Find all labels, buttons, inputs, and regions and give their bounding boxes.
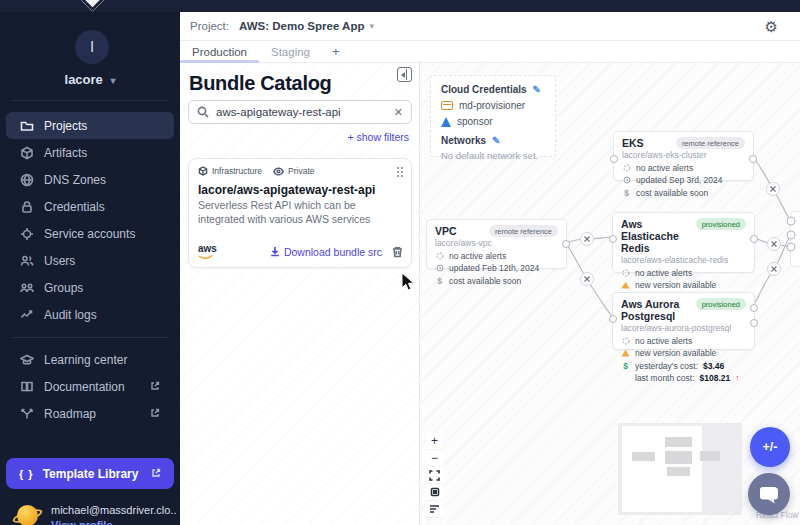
search-input[interactable] xyxy=(216,106,387,118)
connection-handle[interactable] xyxy=(750,235,758,243)
minimap[interactable] xyxy=(618,423,742,515)
project-label: Project: xyxy=(190,20,229,32)
chart-line-icon xyxy=(20,308,34,322)
tab-staging[interactable]: Staging xyxy=(259,41,322,62)
edge-delete-icon[interactable] xyxy=(581,233,594,246)
sidebar-item-audit-logs[interactable]: Audit logs xyxy=(6,301,174,328)
connection-handle[interactable] xyxy=(609,235,617,243)
search-icon xyxy=(197,106,209,118)
sidebar-item-label: Documentation xyxy=(44,380,125,394)
sidebar-item-label: Users xyxy=(44,254,75,268)
node-aurora-postgresql[interactable]: Aws Aurora Postgresql provisioned lacore… xyxy=(612,292,755,350)
trash-icon[interactable] xyxy=(392,246,403,258)
lock-icon xyxy=(20,200,34,214)
settings-gear-icon[interactable]: ⚙ xyxy=(765,19,778,34)
org-name: lacore xyxy=(65,72,103,87)
sidebar-item-roadmap[interactable]: Roadmap xyxy=(6,400,174,427)
template-library-button[interactable]: { } Template Library xyxy=(6,458,174,489)
group-icon xyxy=(20,281,34,295)
status-badge: provisioned xyxy=(696,298,746,310)
cube-icon xyxy=(20,146,34,160)
add-environment-button[interactable]: + xyxy=(322,44,350,59)
project-selector[interactable]: AWS: Demo Spree App xyxy=(239,20,364,32)
sidebar-item-users[interactable]: Users xyxy=(6,247,174,274)
architecture-canvas[interactable]: Cloud Credentials ✎ md-provisioner spons… xyxy=(420,63,800,525)
download-bundle-link[interactable]: Download bundle src xyxy=(270,246,382,258)
lock-interactive-button[interactable] xyxy=(426,484,443,501)
sidebar-item-groups[interactable]: Groups xyxy=(6,274,174,301)
connection-handle[interactable] xyxy=(609,315,617,323)
user-avatar[interactable] xyxy=(14,502,41,525)
app-window: l lacore ▾ Projects Artifacts DNS Zones … xyxy=(0,0,800,525)
download-icon xyxy=(270,246,280,257)
tab-production[interactable]: Production xyxy=(180,41,259,62)
alert-circle-icon xyxy=(621,337,630,345)
warning-triangle-icon xyxy=(621,349,630,357)
connection-handle[interactable] xyxy=(750,304,758,312)
alert-circle-icon xyxy=(622,164,631,172)
chat-bubble-button[interactable] xyxy=(748,473,790,515)
status-badge: remote reference xyxy=(489,225,558,237)
sidebar-item-service-accounts[interactable]: Service accounts xyxy=(6,220,174,247)
connection-handle[interactable] xyxy=(610,155,618,163)
sidebar-item-label: Audit logs xyxy=(44,308,97,322)
sidebar-item-label: Service accounts xyxy=(44,227,135,241)
sidebar-item-label: Projects xyxy=(44,119,87,133)
user-profile-row: michael@massdriver.clo... View profile xyxy=(14,496,176,525)
catalog-title: Bundle Catalog xyxy=(189,72,331,95)
clock-icon xyxy=(622,176,631,184)
node-eks[interactable]: EKS remote reference lacore/aws-eks-clus… xyxy=(613,131,754,181)
sidebar-item-documentation[interactable]: Documentation xyxy=(6,373,174,400)
zoom-in-button[interactable]: + xyxy=(426,433,443,450)
divider xyxy=(12,100,168,101)
environment-tabs: Production Staging + xyxy=(180,41,800,63)
connection-handle[interactable] xyxy=(787,231,795,239)
bundle-card[interactable]: Infrastructure Private lacore/aws-apigat… xyxy=(188,158,412,268)
auto-layout-button[interactable] xyxy=(426,501,443,518)
edge-delete-icon[interactable] xyxy=(768,238,781,251)
alert-circle-icon xyxy=(435,252,444,260)
zoom-out-button[interactable]: − xyxy=(426,450,443,467)
sidebar-item-label: Credentials xyxy=(44,200,105,214)
external-link-icon xyxy=(151,467,161,481)
edge-delete-icon[interactable] xyxy=(767,183,780,196)
zoom-fab-button[interactable]: +/- xyxy=(750,427,790,467)
connection-handle[interactable] xyxy=(750,319,758,327)
sidebar-item-label: Artifacts xyxy=(44,146,87,160)
template-library-label: Template Library xyxy=(43,467,139,481)
connection-handle[interactable] xyxy=(787,217,795,225)
edge-delete-icon[interactable] xyxy=(581,273,594,286)
branch-icon xyxy=(20,407,34,421)
trend-up-icon: ↑ xyxy=(735,373,739,383)
org-avatar[interactable]: l xyxy=(75,30,109,64)
canvas-controls: + − xyxy=(426,433,443,518)
sidebar-item-learning-center[interactable]: Learning center xyxy=(6,346,174,373)
braces-icon: { } xyxy=(19,468,34,480)
sidebar-nav: Projects Artifacts DNS Zones Credentials… xyxy=(6,112,174,328)
massdriver-logo-icon xyxy=(80,0,104,12)
sidebar-item-dns-zones[interactable]: DNS Zones xyxy=(6,166,174,193)
node-vpc[interactable]: VPC remote reference lacore/aws-vpc no a… xyxy=(426,219,567,269)
dollar-icon: $ xyxy=(435,276,444,286)
connection-handle[interactable] xyxy=(787,243,795,251)
connection-handle[interactable] xyxy=(562,240,570,248)
globe-icon xyxy=(20,173,34,187)
org-switcher[interactable]: lacore ▾ xyxy=(0,72,180,87)
view-profile-link[interactable]: View profile xyxy=(51,519,176,525)
drag-handle[interactable] xyxy=(396,166,403,177)
users-icon xyxy=(20,254,34,268)
target-icon xyxy=(20,227,34,241)
collapse-panel-icon[interactable] xyxy=(397,67,412,82)
connection-handle[interactable] xyxy=(749,155,757,163)
sidebar-item-projects[interactable]: Projects xyxy=(6,112,174,139)
bundle-description: Serverless Rest API which can be integra… xyxy=(198,198,398,226)
clear-search-icon[interactable]: ✕ xyxy=(394,106,403,119)
show-filters-link[interactable]: + show filters xyxy=(347,131,409,143)
sidebar-item-artifacts[interactable]: Artifacts xyxy=(6,139,174,166)
edge-delete-icon[interactable] xyxy=(768,263,781,276)
fit-view-button[interactable] xyxy=(426,467,443,484)
node-elasticache-redis[interactable]: Aws Elasticache Redis provisioned lacore… xyxy=(612,212,755,273)
sidebar-item-label: DNS Zones xyxy=(44,173,106,187)
sidebar-item-credentials[interactable]: Credentials xyxy=(6,193,174,220)
bundle-catalog-panel: Bundle Catalog ✕ + show filters Infrastr… xyxy=(180,63,420,525)
